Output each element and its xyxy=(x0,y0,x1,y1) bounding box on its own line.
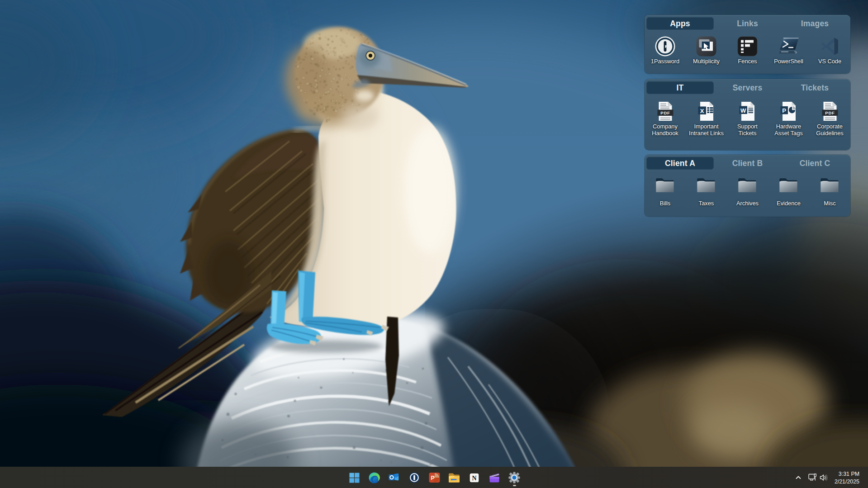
svg-text:PDF: PDF xyxy=(660,110,670,115)
svg-text:PDF: PDF xyxy=(825,110,835,115)
svg-text:P: P xyxy=(782,107,786,114)
svg-text:X: X xyxy=(700,108,704,114)
svg-text:W: W xyxy=(740,107,746,114)
